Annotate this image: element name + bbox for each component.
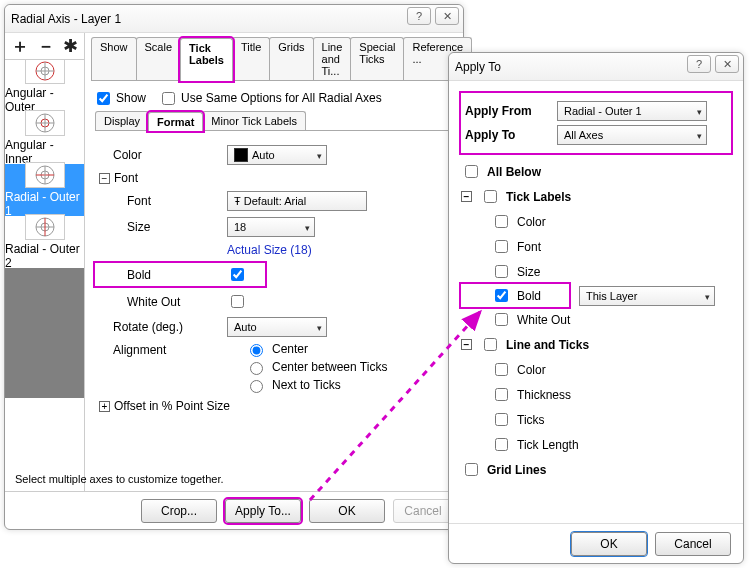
opt-whiteout-checkbox[interactable] bbox=[495, 313, 508, 326]
minus-icon[interactable]: － bbox=[37, 34, 55, 58]
lineticks-checkbox[interactable] bbox=[484, 338, 497, 351]
lt-ticks-checkbox[interactable] bbox=[495, 413, 508, 426]
ticklabels-checkbox[interactable] bbox=[484, 190, 497, 203]
rotate-select[interactable]: Auto bbox=[227, 317, 327, 337]
main-title: Radial Axis - Layer 1 bbox=[11, 12, 121, 26]
sidebar-toolbar: ＋ － ✱ bbox=[5, 33, 84, 59]
scope-select[interactable]: This Layer bbox=[579, 286, 715, 306]
axis-sidebar: ＋ － ✱ Angular - Outer Angular - Inner Ra… bbox=[5, 33, 85, 491]
show-checkbox[interactable] bbox=[97, 92, 110, 105]
tab-title[interactable]: Title bbox=[232, 37, 270, 80]
align-next-radio[interactable] bbox=[250, 380, 263, 393]
apply-footer: OK Cancel bbox=[449, 523, 743, 563]
align-between-radio[interactable] bbox=[250, 362, 263, 375]
status-line: Select multiple axes to customize togeth… bbox=[15, 473, 224, 485]
offset-label: Offset in % Point Size bbox=[114, 399, 230, 413]
subtab-format[interactable]: Format bbox=[148, 112, 203, 131]
gridlines-checkbox[interactable] bbox=[465, 463, 478, 476]
main-tabs: Show Scale Tick Labels Title Grids Line … bbox=[91, 37, 471, 81]
polar-icon bbox=[25, 214, 65, 240]
lt-ticklen-checkbox[interactable] bbox=[495, 438, 508, 451]
close-button[interactable]: ✕ bbox=[435, 7, 459, 25]
apply-to-select[interactable]: All Axes bbox=[557, 125, 707, 145]
font-label: Font bbox=[95, 194, 227, 208]
bold-label: Bold bbox=[95, 268, 227, 282]
font-select[interactable]: Ŧ Default: Arial bbox=[227, 191, 367, 211]
apply-to-dialog: Apply To ? ✕ Apply From Radial - Outer 1… bbox=[448, 52, 744, 564]
tab-tick-labels[interactable]: Tick Labels bbox=[180, 38, 233, 81]
polar-icon bbox=[25, 110, 65, 136]
size-label: Size bbox=[95, 220, 227, 234]
main-titlebar: Radial Axis - Layer 1 ? ✕ bbox=[5, 5, 463, 33]
subtab-display[interactable]: Display bbox=[95, 111, 149, 130]
tab-show[interactable]: Show bbox=[91, 37, 137, 80]
apply-title: Apply To bbox=[455, 60, 501, 74]
polar-icon bbox=[25, 162, 65, 188]
axis-item-radial-outer-1[interactable]: Radial - Outer 1 bbox=[5, 164, 84, 216]
subtab-minor[interactable]: Minor Tick Labels bbox=[202, 111, 306, 130]
axis-label: Radial - Outer 2 bbox=[5, 242, 84, 270]
expand-icon[interactable]: + bbox=[99, 401, 110, 412]
axis-item-radial-outer-2[interactable]: Radial - Outer 2 bbox=[5, 216, 84, 268]
main-footer: Crop... Apply To... OK Cancel bbox=[5, 491, 463, 529]
close-button[interactable]: ✕ bbox=[715, 55, 739, 73]
sub-tabs: Display Format Minor Tick Labels bbox=[95, 111, 467, 131]
opt-color-checkbox[interactable] bbox=[495, 215, 508, 228]
whiteout-checkbox[interactable] bbox=[231, 295, 244, 308]
help-button[interactable]: ? bbox=[687, 55, 711, 73]
help-button[interactable]: ? bbox=[407, 7, 431, 25]
same-options-checkbox[interactable] bbox=[162, 92, 175, 105]
font-group-label: Font bbox=[114, 171, 138, 185]
align-label: Alignment bbox=[95, 343, 227, 357]
apply-to-label: Apply To bbox=[465, 128, 557, 142]
apply-to-button[interactable]: Apply To... bbox=[225, 499, 301, 523]
polar-icon bbox=[25, 59, 65, 84]
whiteout-label: White Out bbox=[95, 295, 227, 309]
rotate-label: Rotate (deg.) bbox=[95, 320, 227, 334]
tab-special-ticks[interactable]: Special Ticks bbox=[350, 37, 404, 80]
color-select[interactable]: Auto bbox=[227, 145, 327, 165]
tab-grids[interactable]: Grids bbox=[269, 37, 313, 80]
lt-thickness-checkbox[interactable] bbox=[495, 388, 508, 401]
crop-button[interactable]: Crop... bbox=[141, 499, 217, 523]
all-below-checkbox[interactable] bbox=[465, 165, 478, 178]
opt-size-checkbox[interactable] bbox=[495, 265, 508, 278]
cancel-button[interactable]: Cancel bbox=[393, 499, 453, 523]
apply-cancel-button[interactable]: Cancel bbox=[655, 532, 731, 556]
apply-titlebar: Apply To ? ✕ bbox=[449, 53, 743, 81]
same-options-check[interactable]: Use Same Options for All Radial Axes bbox=[162, 91, 382, 105]
tab-line-and-ticks[interactable]: Line and Ti... bbox=[313, 37, 352, 80]
gear-icon[interactable]: ✱ bbox=[63, 35, 78, 57]
axis-item-angular-inner[interactable]: Angular - Inner bbox=[5, 112, 84, 164]
collapse-icon[interactable]: − bbox=[99, 173, 110, 184]
ok-button[interactable]: OK bbox=[309, 499, 385, 523]
plus-icon[interactable]: ＋ bbox=[11, 34, 29, 58]
axis-item-angular-outer[interactable]: Angular - Outer bbox=[5, 60, 84, 112]
apply-ok-button[interactable]: OK bbox=[571, 532, 647, 556]
collapse-icon[interactable]: − bbox=[461, 339, 472, 350]
opt-font-checkbox[interactable] bbox=[495, 240, 508, 253]
align-center-radio[interactable] bbox=[250, 344, 263, 357]
color-label: Color bbox=[95, 148, 227, 162]
color-swatch bbox=[234, 148, 248, 162]
actual-size-link[interactable]: Actual Size (18) bbox=[227, 243, 312, 257]
apply-from-label: Apply From bbox=[465, 104, 557, 118]
size-select[interactable]: 18 bbox=[227, 217, 315, 237]
radial-axis-dialog: Radial Axis - Layer 1 ? ✕ ＋ － ✱ Angular … bbox=[4, 4, 464, 530]
show-check[interactable]: Show bbox=[97, 91, 146, 105]
bold-checkbox[interactable] bbox=[231, 268, 244, 281]
sidebar-empty bbox=[5, 268, 84, 398]
tab-scale[interactable]: Scale bbox=[136, 37, 182, 80]
right-pane: Show Scale Tick Labels Title Grids Line … bbox=[85, 33, 477, 491]
opt-bold-checkbox[interactable] bbox=[495, 289, 508, 302]
collapse-icon[interactable]: − bbox=[461, 191, 472, 202]
apply-from-select[interactable]: Radial - Outer 1 bbox=[557, 101, 707, 121]
axis-list[interactable]: Angular - Outer Angular - Inner Radial -… bbox=[5, 59, 84, 491]
lt-color-checkbox[interactable] bbox=[495, 363, 508, 376]
